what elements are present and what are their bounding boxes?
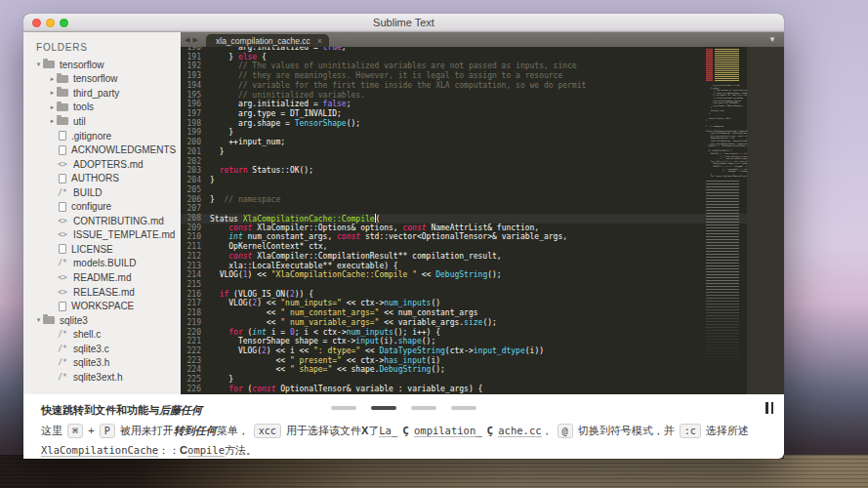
code-line-225[interactable]: 225 } bbox=[181, 375, 784, 385]
code-line-211[interactable]: 211 OpKernelContext* ctx, bbox=[181, 242, 784, 252]
tab-scroll-right-icon[interactable]: ▶ bbox=[192, 35, 197, 44]
code-line-213[interactable]: 213 xla::LocalExecutable** executable) { bbox=[181, 262, 784, 271]
code-line-203[interactable]: 203 return Status::OK(); bbox=[181, 166, 784, 176]
pagination-dot-4[interactable] bbox=[451, 406, 476, 410]
sidebar-item-third-party[interactable]: ▸third_party bbox=[23, 86, 181, 101]
code-line-212[interactable]: 212 const XlaCompiler::CompilationResult… bbox=[181, 252, 784, 262]
sidebar-item--gitignore[interactable]: .gitignore bbox=[23, 129, 181, 143]
sidebar-item-shell-c[interactable]: /*shell.c bbox=[23, 327, 181, 342]
code-line-224[interactable]: 224 << " shape=" << shape.DebugString(); bbox=[181, 365, 784, 375]
code-line-205[interactable]: 205 bbox=[181, 185, 784, 195]
pagination-dot-3[interactable] bbox=[411, 406, 436, 410]
caption-body: 这里 ⌘ + P 被用来打开转到任何菜单， xcc 用于选择该文件X了La_ Ç… bbox=[41, 422, 765, 460]
folders-header: FOLDERS bbox=[36, 42, 181, 53]
code-line-216[interactable]: 216 if (VLOG_IS_ON(2)) { bbox=[181, 290, 784, 300]
sidebar-item-sqlite3-c[interactable]: /*sqlite3.c bbox=[23, 342, 181, 356]
chevron-right-icon[interactable]: ▸ bbox=[48, 117, 57, 125]
code-line-201[interactable]: 201 } bbox=[181, 147, 784, 157]
code-line-223[interactable]: 223 << " present=" << ctx->has_input(i) bbox=[181, 356, 784, 366]
chevron-down-icon[interactable]: ▾ bbox=[34, 316, 43, 324]
code-line-197[interactable]: 197 arg.type = DT_INVALID; bbox=[181, 109, 784, 119]
code-line-199[interactable]: 199 } bbox=[181, 128, 784, 138]
chevron-right-icon[interactable]: ▸ bbox=[48, 75, 57, 83]
code-lines[interactable]: 190 arg.initialized = true;191 } else {1… bbox=[181, 47, 784, 394]
code-line-204[interactable]: 204} bbox=[181, 176, 784, 185]
chevron-right-icon[interactable]: ▸ bbox=[48, 103, 57, 111]
code-line-226[interactable]: 226 for (const OptionalTensor& variable … bbox=[181, 385, 784, 394]
sidebar-item-authors[interactable]: AUTHORS bbox=[23, 171, 181, 185]
titlebar[interactable]: Sublime Text bbox=[23, 14, 784, 32]
pagination-dots[interactable] bbox=[23, 406, 784, 410]
sidebar-item-models-build[interactable]: /*models.BUILD bbox=[23, 257, 181, 271]
code-text: return Status::OK(); bbox=[210, 166, 313, 176]
sidebar-item-readme-md[interactable]: <>README.md bbox=[23, 270, 181, 285]
sidebar-item-release-md[interactable]: <>RELEASE.md bbox=[23, 285, 181, 300]
caption-segment: ompile bbox=[187, 444, 225, 457]
code-text: << " shape=" << shape.DebugString(); bbox=[210, 365, 445, 375]
code-line-215[interactable]: 215 bbox=[181, 280, 784, 290]
code-line-193[interactable]: 193 // they are meaningless. However, it… bbox=[181, 71, 784, 81]
tab-close-icon[interactable]: × bbox=[317, 37, 322, 45]
sidebar-item-configure[interactable]: configure bbox=[23, 199, 181, 214]
sidebar-item-tensorflow[interactable]: ▸tensorflow bbox=[23, 72, 181, 87]
sidebar-item-sqlite3[interactable]: ▾sqlite3 bbox=[23, 313, 181, 328]
sidebar-item-label: configure bbox=[71, 201, 111, 212]
sidebar-item-adopters-md[interactable]: <>ADOPTERS.md bbox=[23, 157, 181, 172]
code-line-196[interactable]: 196 arg.initialized = false; bbox=[181, 100, 784, 109]
code-line-208[interactable]: 208Status XlaCompilationCache::Compile( bbox=[181, 214, 784, 224]
chevron-right-icon[interactable]: ▸ bbox=[48, 89, 57, 97]
code-line-220[interactable]: 220 for (int i = 0; i < ctx->num_inputs(… bbox=[181, 328, 784, 338]
tab-xla-compilation-cache[interactable]: xla_compilation_cache.cc × bbox=[206, 34, 329, 47]
code-text: // variable for the first time inside th… bbox=[210, 81, 586, 91]
code-line-210[interactable]: 210 int num_constant_args, const std::ve… bbox=[181, 232, 784, 242]
md-icon: <> bbox=[57, 273, 68, 282]
code-line-217[interactable]: 217 VLOG(2) << "num_inputs=" << ctx->num… bbox=[181, 299, 784, 308]
sidebar-item-acknowledgments[interactable]: ACKNOWLEDGMENTS bbox=[23, 142, 181, 157]
line-number: 211 bbox=[181, 242, 210, 252]
sidebar-item-sqlite3ext-h[interactable]: /*sqlite3ext.h bbox=[23, 370, 181, 385]
line-number: 219 bbox=[181, 318, 210, 328]
sidebar-item-issue-template-md[interactable]: <>ISSUE_TEMPLATE.md bbox=[23, 228, 181, 243]
sidebar-item-contributing-md[interactable]: <>CONTRIBUTING.md bbox=[23, 214, 181, 228]
tab-bar: ◀ ▶ xla_compilation_cache.cc × ▼ bbox=[181, 32, 784, 47]
sidebar-item-tools[interactable]: ▸tools bbox=[23, 101, 181, 115]
code-line-202[interactable]: 202 bbox=[181, 157, 784, 167]
pause-icon[interactable] bbox=[765, 402, 773, 414]
line-number: 226 bbox=[181, 385, 210, 394]
sidebar-item-build[interactable]: /*BUILD bbox=[23, 185, 181, 200]
code-text: TensorShape shape = ctx->input(i).shape(… bbox=[210, 337, 435, 346]
sidebar-item-tensorflow[interactable]: ▾tensorflow bbox=[23, 58, 181, 72]
file-icon bbox=[59, 145, 66, 155]
pagination-dot-2[interactable] bbox=[371, 406, 396, 410]
sidebar-item-license[interactable]: LICENSE bbox=[23, 242, 181, 257]
code-line-195[interactable]: 195 // uninitialized variables. bbox=[181, 91, 784, 101]
code-line-218[interactable]: 218 << " num_constant_args=" << num_cons… bbox=[181, 308, 784, 318]
line-number: 201 bbox=[181, 147, 210, 157]
tab-scroll-left-icon[interactable]: ◀ bbox=[185, 35, 189, 44]
code-line-207[interactable]: 207 bbox=[181, 204, 784, 214]
code-line-200[interactable]: 200 ++input_num; bbox=[181, 138, 784, 147]
chevron-down-icon[interactable]: ▾ bbox=[34, 61, 43, 68]
code-line-194[interactable]: 194 // variable for the first time insid… bbox=[181, 81, 784, 91]
code-line-219[interactable]: 219 << " num_variable_args=" << variable… bbox=[181, 318, 784, 328]
sidebar-item-workspace[interactable]: WORKSPACE bbox=[23, 299, 181, 313]
code-text: arg.initialized = false; bbox=[210, 100, 351, 109]
code-line-214[interactable]: 214 VLOG(1) << "XlaCompilationCache::Com… bbox=[181, 270, 784, 280]
code-line-198[interactable]: 198 arg.shape = TensorShape(); bbox=[181, 119, 784, 129]
code-line-192[interactable]: 192 // The values of uninitialized varia… bbox=[181, 61, 784, 71]
sidebar-item-util[interactable]: ▸util bbox=[23, 114, 181, 129]
pagination-dot-1[interactable] bbox=[331, 406, 356, 410]
line-number: 222 bbox=[181, 346, 210, 356]
caption-segment: ache.cc bbox=[498, 425, 541, 437]
sidebar-item-sqlite3-h[interactable]: /*sqlite3.h bbox=[23, 355, 181, 370]
code-line-206[interactable]: 206} // namespace bbox=[181, 195, 784, 205]
code-line-191[interactable]: 191 } else { bbox=[181, 53, 784, 62]
folder-icon bbox=[57, 103, 68, 111]
sidebar-item-label: tensorflow bbox=[73, 73, 118, 84]
tab-overflow-icon[interactable]: ▼ bbox=[768, 35, 776, 44]
tab-label: xla_compilation_cache.cc bbox=[216, 36, 310, 46]
code-line-209[interactable]: 209 const XlaCompiler::Options& options,… bbox=[181, 224, 784, 233]
code-line-221[interactable]: 221 TensorShape shape = ctx->input(i).sh… bbox=[181, 337, 784, 346]
code-line-222[interactable]: 222 VLOG(2) << i << ": dtype=" << DataTy… bbox=[181, 346, 784, 356]
code-text: arg.type = DT_INVALID; bbox=[210, 109, 342, 119]
